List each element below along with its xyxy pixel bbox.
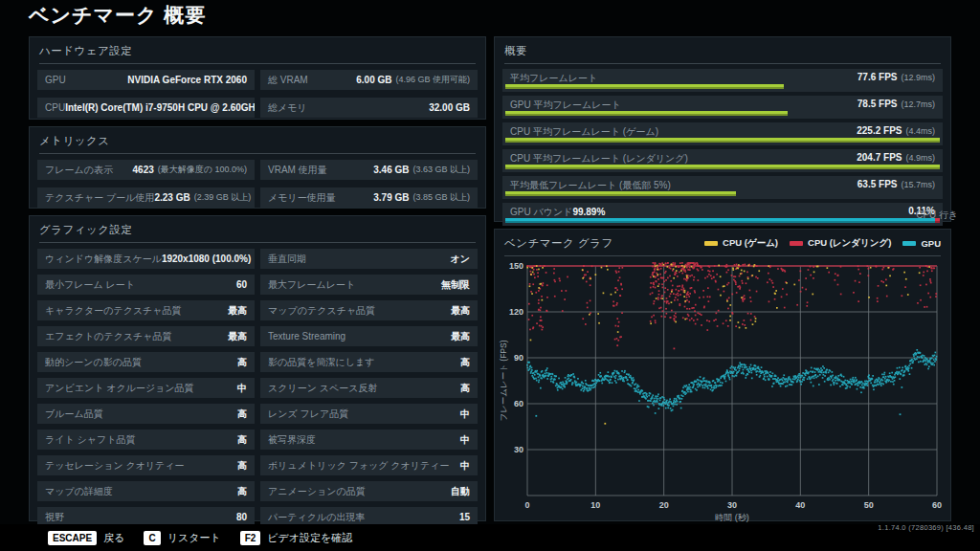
overview-label: CPU 平均フレームレート (レンダリング) [510,152,688,165]
benchmark-graph-panel: ベンチマーク グラフ CPU (ゲーム)CPU (レンダリング)GPU 3060… [494,229,951,521]
y-tick-label: 90 [514,353,523,363]
action-restart[interactable]: Cリスタート [144,531,220,545]
overview-value: 225.2 FPS [857,125,902,136]
overview-value-group: 204.7 FPS(4.9ms) [857,152,935,163]
setting-cell: 最大フレームレート無制限 [260,275,478,295]
settings-row: マップの詳細度高アニメーションの品質自動 [37,481,478,501]
setting-cell: エフェクトのテクスチャ品質最高 [37,326,255,346]
overview-value-group: 225.2 FPS(4.4ms) [857,125,935,136]
setting-cell: ボリュメトリック フォッグ クオリティー中 [260,455,478,475]
legend-item-cpu_render: CPU (レンダリング) [790,237,891,250]
overview-row: 平均最低フレームレート (最低部 5%)63.5 FPS(15.7ms) [502,176,943,199]
settings-row: ウィンドウ解像度スケール1920x1080 (100.0%)垂直同期オン [37,249,478,269]
setting-value: 高 [460,382,470,395]
setting-cell: 最小フレーム レート60 [37,275,255,295]
setting-label: 影の品質を簡潔にします [268,356,374,369]
setting-label: ボリュメトリック フォッグ クオリティー [268,459,450,473]
setting-label: VRAM 使用量 [268,164,327,177]
setting-value: 高 [237,408,247,421]
overview-frametime: (15.7ms) [901,180,935,189]
settings-row: GPUNVIDIA GeForce RTX 2060総 VRAM6.00 GB(… [37,70,478,90]
overview-label: 平均最低フレームレート (最低部 5%) [510,179,671,192]
overview-value-group: 78.5 FPS(12.7ms) [858,99,935,109]
setting-label: アニメーションの品質 [268,485,366,498]
gpu-bound-value: 99.89% [572,207,605,217]
overview-value: 78.5 FPS [858,99,898,109]
setting-value: 高 [460,356,470,369]
settings-row: ブルーム品質高レンズ フレア品質中 [37,404,478,424]
setting-label: レンズ フレア品質 [268,408,348,421]
setting-value: 3.79 GB [373,192,409,203]
setting-note: (3.85 GB 以上) [412,191,470,204]
fps-bar [505,111,788,116]
settings-row: エフェクトのテクスチャ品質最高Texture Streaming最高 [37,326,478,346]
setting-cell: 影の品質を簡潔にします高 [260,352,478,372]
fps-bar [505,138,940,143]
setting-cell: Texture Streaming最高 [260,326,478,346]
setting-label: 動的シーンの影の品質 [45,356,142,369]
setting-label: マップの詳細度 [45,485,113,498]
overview-frametime: (4.9ms) [905,153,935,163]
fps-bar-track [505,138,940,143]
action-label: ビデオ設定を確認 [267,531,352,545]
bottom-action-bar: ESCAPE戻るCリスタートF2ビデオ設定を確認 [0,524,980,551]
y-tick-label: 120 [509,307,523,317]
setting-value: 中 [460,459,470,473]
overview-label: 平均フレームレート [510,72,597,85]
setting-value: 15 [459,512,470,522]
gpu-bound-left: GPU バウンド99.89% [510,206,605,219]
setting-cell: 総 VRAM6.00 GB(4.96 GB 使用可能) [260,70,478,90]
x-tick-label: 60 [932,500,942,510]
settings-row: アンビエント オクルージョン品質中スクリーン スペース反射高 [37,378,478,398]
setting-note: (4.96 GB 使用可能) [395,74,470,86]
setting-label: マップのテクスチャ品質 [268,304,375,318]
fps-bar-track [505,165,940,169]
overview-value: 63.5 FPS [858,179,898,189]
setting-value: 高 [237,459,247,473]
fps-bar-track [505,191,940,196]
overview-label: CPU 平均フレームレート (ゲーム) [510,125,658,139]
setting-value: 最高 [451,304,470,318]
legend-swatch-cpu_game [704,241,718,246]
overview-frametime: (12.9ms) [901,73,935,82]
legend-label: CPU (ゲーム) [723,237,778,250]
setting-cell: VRAM 使用量3.46 GB(3.63 GB 以上) [260,160,478,180]
settings-row: テクスチャー プール使用2.23 GB(2.39 GB 以上)メモリー使用量3.… [37,187,478,208]
overview-frametime: (12.7ms) [901,99,935,109]
overview-panel: 概要 平均フレームレート77.6 FPS(12.9ms)GPU 平均フレームレー… [494,36,951,222]
settings-row: CPUIntel(R) Core(TM) i7-9750H CPU @ 2.60… [37,98,478,118]
setting-cell: キャラクターのテクスチャ品質最高 [37,300,255,320]
y-axis-title: フレームレート (FPS) [499,340,508,421]
setting-cell: テッセレーション クオリティー高 [37,455,255,475]
fps-bar [505,84,784,89]
overview-header: 概要 [504,42,941,64]
legend-swatch-gpu [902,241,916,246]
setting-note: (3.63 GB 以上) [412,164,470,176]
overview-row: GPU 平均フレームレート78.5 FPS(12.7ms) [502,96,943,119]
y-tick-label: 30 [514,445,523,454]
keycap-escape: ESCAPE [48,531,97,545]
setting-label: ライト シャフト品質 [45,433,135,447]
action-video-settings[interactable]: F2ビデオ設定を確認 [240,531,353,545]
setting-cell: 被写界深度中 [260,430,478,450]
setting-cell: マップの詳細度高 [37,481,255,501]
gpu-bound-label: GPU バウンド [510,206,572,219]
fps-bar [505,191,736,196]
hardware-rows: GPUNVIDIA GeForce RTX 2060総 VRAM6.00 GB(… [30,64,485,118]
overview-rows: 平均フレームレート77.6 FPS(12.9ms)GPU 平均フレームレート78… [495,64,950,226]
setting-value: 2.23 GB [154,192,189,203]
y-tick-label: 150 [509,261,523,271]
overview-row: CPU 平均フレームレート (レンダリング)204.7 FPS(4.9ms) [502,149,943,172]
setting-label: テッセレーション クオリティー [45,459,185,473]
setting-label: ウィンドウ解像度スケール [45,253,162,266]
chart-legend: CPU (ゲーム)CPU (レンダリング)GPU [704,237,941,250]
x-tick-label: 50 [864,500,874,510]
setting-label: メモリー使用量 [268,191,336,205]
setting-cell: メモリー使用量3.79 GB(3.85 GB 以上) [260,187,478,208]
setting-value: 最高 [228,304,247,318]
setting-label: スクリーン スペース反射 [268,382,377,395]
x-tick-label: 40 [795,500,805,510]
action-back[interactable]: ESCAPE戻る [48,531,124,545]
setting-cell: 垂直同期オン [260,249,478,269]
setting-label: 垂直同期 [268,253,306,266]
